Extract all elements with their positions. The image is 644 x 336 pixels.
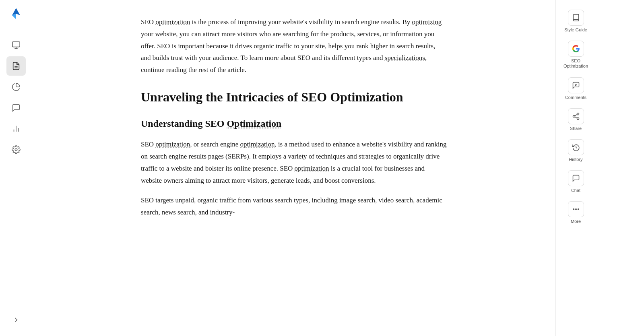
collapse-button[interactable] xyxy=(6,310,26,330)
history-icon xyxy=(568,139,584,155)
seo-label: SEO Optimization xyxy=(561,58,590,69)
article-heading-2: Understanding SEO Optimization xyxy=(141,115,447,132)
share-tool[interactable]: Share xyxy=(559,105,593,134)
comments-label: Comments xyxy=(565,95,586,100)
ellipsis-icon xyxy=(568,201,584,217)
sidebar-bottom xyxy=(6,310,26,330)
sidebar-item-desktop[interactable] xyxy=(6,35,26,55)
more-label: More xyxy=(571,219,581,224)
chat-bubble-icon xyxy=(568,77,584,93)
article-paragraph-2: SEO targets unpaid, organic traffic from… xyxy=(141,194,447,219)
more-tool[interactable]: More xyxy=(559,198,593,227)
svg-line-12 xyxy=(575,117,577,118)
main-content: SEO optimization is the process of impro… xyxy=(32,0,555,336)
style-guide-tool[interactable]: Style Guide xyxy=(559,6,593,36)
book-icon xyxy=(568,10,584,26)
svg-point-16 xyxy=(578,209,579,210)
sidebar-item-analytics[interactable] xyxy=(6,77,26,97)
chat-label: Chat xyxy=(571,188,580,193)
logo xyxy=(9,6,23,23)
svg-rect-0 xyxy=(12,42,19,47)
google-icon xyxy=(568,41,584,57)
chat-tool[interactable]: Chat xyxy=(559,167,593,196)
svg-line-13 xyxy=(575,114,577,115)
sidebar-nav xyxy=(6,35,26,307)
style-guide-label: Style Guide xyxy=(564,27,587,33)
svg-point-10 xyxy=(573,115,575,117)
history-label: History xyxy=(569,157,582,162)
svg-point-11 xyxy=(577,117,579,120)
chat-icon xyxy=(568,170,584,186)
history-tool[interactable]: History xyxy=(559,136,593,165)
sidebar-item-charts[interactable] xyxy=(6,119,26,138)
seo-optimization-tool[interactable]: SEO Optimization xyxy=(559,37,593,72)
article-paragraph-1: SEO optimization, or search engine optim… xyxy=(141,138,447,186)
share-icon xyxy=(568,108,584,124)
article-intro: SEO optimization is the process of impro… xyxy=(141,16,447,76)
svg-point-14 xyxy=(573,209,574,210)
svg-point-9 xyxy=(577,113,579,115)
share-label: Share xyxy=(570,126,582,131)
right-sidebar: Style Guide SEO Optimization Comments xyxy=(555,0,596,336)
sidebar-item-document[interactable] xyxy=(6,56,26,76)
article-heading-1: Unraveling the Intricacies of SEO Optimi… xyxy=(141,89,447,106)
article-body: SEO optimization is the process of impro… xyxy=(141,16,447,219)
svg-point-15 xyxy=(575,209,576,210)
sidebar-item-comments[interactable] xyxy=(6,98,26,117)
svg-point-6 xyxy=(15,148,17,151)
left-sidebar xyxy=(0,0,32,336)
sidebar-item-settings[interactable] xyxy=(6,140,26,159)
comments-tool[interactable]: Comments xyxy=(559,74,593,103)
